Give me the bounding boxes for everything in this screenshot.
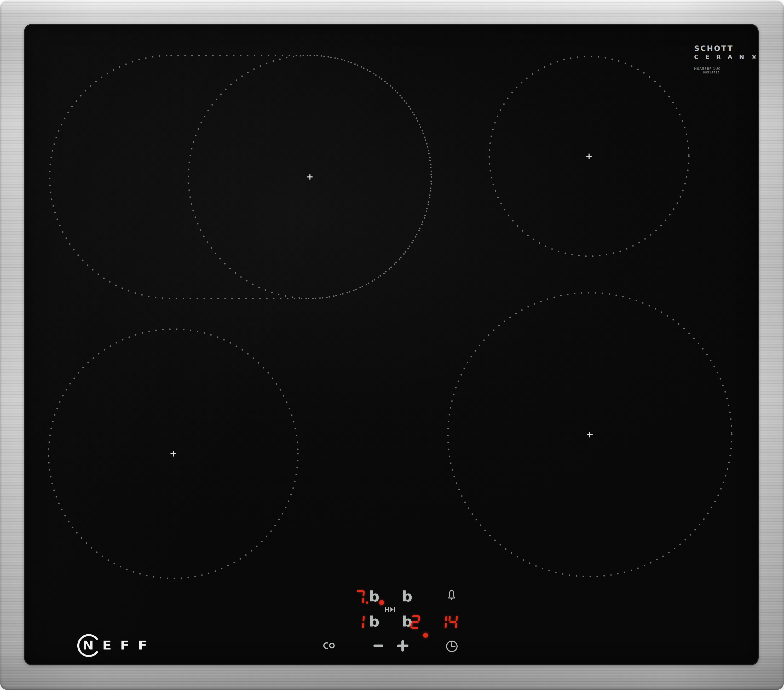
childlock-key-button[interactable] <box>323 641 337 650</box>
ceran-line: C E R A N ® <box>694 54 759 60</box>
cooktop-product-photo: SCHOTT C E R A N ® HSA58BF 1U0 88514715 … <box>0 0 784 690</box>
schott-ceran-print: SCHOTT C E R A N ® HSA58BF 1U0 88514715 <box>694 45 759 74</box>
zone-marker-front-left: b <box>369 614 379 629</box>
lock-indicator-led <box>379 600 384 605</box>
ceramic-glass-surface <box>25 25 758 664</box>
zone-marker-rear-left: b <box>369 589 379 604</box>
timer-clock-button[interactable] <box>445 639 459 653</box>
schott-line: SCHOTT <box>694 45 759 52</box>
alarm-bell-icon <box>446 589 457 602</box>
glass-model-code: HSA58BF 1U0 <box>694 67 759 70</box>
display-front-right-level <box>411 615 420 629</box>
display-timer-minutes <box>438 615 457 629</box>
key-lock-indicator-icon <box>384 605 396 614</box>
timer-zone-indicator-led <box>423 633 428 638</box>
minus-button[interactable] <box>374 644 384 647</box>
neff-logo: NEFF <box>75 632 164 659</box>
glass-serial-code: 88514715 <box>703 71 759 74</box>
display-rear-left-level <box>356 590 369 604</box>
zone-marker-rear-right: b <box>402 589 412 604</box>
plus-button[interactable] <box>397 640 408 652</box>
neff-logo-text: NEFF <box>82 638 156 652</box>
display-front-left-level <box>356 615 364 629</box>
